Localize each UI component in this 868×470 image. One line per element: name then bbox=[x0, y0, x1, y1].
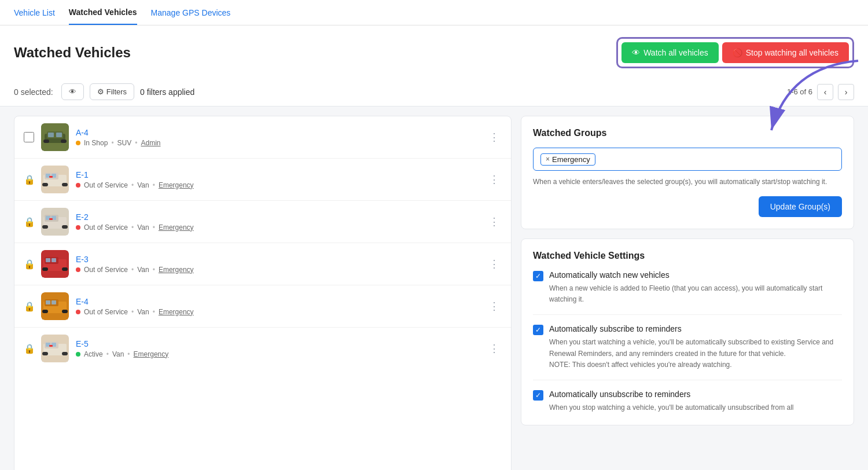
prev-page-button[interactable]: ‹ bbox=[817, 84, 833, 100]
eye-icon: 👁 bbox=[632, 48, 640, 57]
vehicle-meta: Active • Van • Emergency bbox=[76, 350, 480, 358]
vehicle-type: Van bbox=[112, 350, 124, 358]
hide-button[interactable]: 👁 bbox=[61, 83, 84, 100]
watch-all-button[interactable]: 👁 Watch all vehicles bbox=[621, 42, 719, 63]
status-dot bbox=[76, 352, 80, 357]
group-description: When a vehicle enters/leaves the selecte… bbox=[533, 177, 842, 187]
meta-separator: • bbox=[106, 350, 109, 358]
svg-rect-20 bbox=[62, 225, 68, 229]
setting-description: When you stop watching a vehicle, you'll… bbox=[549, 402, 842, 413]
svg-rect-6 bbox=[48, 133, 54, 137]
nav-vehicle-list[interactable]: Vehicle List bbox=[14, 1, 55, 24]
nav-manage-gps[interactable]: Manage GPS Devices bbox=[151, 1, 231, 24]
vehicle-menu-button[interactable]: ⋮ bbox=[487, 213, 502, 230]
meta-separator: • bbox=[127, 350, 130, 358]
vehicle-meta: In Shop • SUV • Admin bbox=[76, 139, 480, 147]
vehicle-checkbox[interactable] bbox=[24, 132, 34, 142]
svg-rect-28 bbox=[62, 267, 68, 271]
right-panel: Watched Groups × Emergency When a vehicl… bbox=[521, 116, 854, 470]
table-row: 🔒 E-1 Out of Service • Van • Emergency ⋮ bbox=[14, 159, 511, 201]
vehicle-menu-button[interactable]: ⋮ bbox=[487, 255, 502, 273]
group-tag-label: Emergency bbox=[552, 155, 590, 164]
table-row: 🔒 E-3 Out of Service • Van • Emergency ⋮ bbox=[14, 243, 511, 285]
vehicle-type: Van bbox=[137, 181, 149, 189]
top-nav: Vehicle List Watched Vehicles Manage GPS… bbox=[0, 0, 868, 25]
setting-item: ✓ Automatically watch new vehicles When … bbox=[533, 270, 842, 315]
svg-rect-11 bbox=[42, 183, 48, 186]
vehicle-status: In Shop bbox=[84, 139, 108, 147]
setting-checkbox[interactable]: ✓ bbox=[533, 325, 543, 335]
filters-applied: 0 filters applied bbox=[140, 87, 194, 97]
vehicle-status: Out of Service bbox=[84, 308, 128, 316]
meta-separator: • bbox=[153, 181, 155, 189]
setting-item: ✓ Automatically unsubscribe to reminders… bbox=[533, 390, 842, 413]
vehicle-status: Active bbox=[84, 350, 103, 358]
vehicle-group[interactable]: Emergency bbox=[159, 223, 194, 232]
update-groups-button[interactable]: Update Group(s) bbox=[759, 196, 842, 217]
table-row: 🔒 E-2 Out of Service • Van • Emergency ⋮ bbox=[14, 201, 511, 243]
settings-title: Watched Vehicle Settings bbox=[533, 251, 842, 261]
vehicle-info: E-5 Active • Van • Emergency bbox=[76, 339, 480, 358]
svg-rect-34 bbox=[42, 310, 48, 313]
setting-label: Automatically unsubscribe to reminders bbox=[549, 390, 842, 399]
filter-icon: ⚙ bbox=[97, 87, 104, 96]
next-page-button[interactable]: › bbox=[838, 84, 854, 100]
meta-separator: • bbox=[131, 308, 134, 316]
stop-watch-all-button[interactable]: 🚫 Stop watching all vehicles bbox=[722, 42, 849, 63]
vehicle-name[interactable]: A-4 bbox=[76, 128, 89, 137]
pagination-info: 1-6 of 6 ‹ › bbox=[787, 84, 854, 100]
vehicle-type: Van bbox=[137, 266, 149, 274]
tag-remove-icon[interactable]: × bbox=[546, 155, 550, 163]
setting-checkbox[interactable]: ✓ bbox=[533, 271, 543, 281]
setting-label: Automatically watch new vehicles bbox=[549, 270, 842, 280]
vehicle-info: E-1 Out of Service • Van • Emergency bbox=[76, 170, 480, 189]
nav-watched-vehicles[interactable]: Watched Vehicles bbox=[69, 1, 137, 25]
setting-description: When you start watching a vehicle, you'l… bbox=[549, 337, 842, 370]
vehicle-menu-button[interactable]: ⋮ bbox=[487, 340, 502, 357]
vehicle-name[interactable]: E-5 bbox=[76, 339, 89, 348]
setting-text: Automatically watch new vehicles When a … bbox=[549, 270, 842, 305]
checkmark-icon: ✓ bbox=[535, 272, 541, 280]
watched-groups-title: Watched Groups bbox=[533, 128, 842, 138]
vehicle-menu-button[interactable]: ⋮ bbox=[487, 298, 502, 315]
svg-rect-27 bbox=[42, 267, 48, 271]
vehicle-thumbnail bbox=[41, 292, 69, 320]
status-dot bbox=[76, 141, 80, 145]
setting-checkbox[interactable]: ✓ bbox=[533, 390, 543, 401]
setting-description: When a new vehicle is added to Fleetio (… bbox=[549, 283, 842, 305]
vehicle-name[interactable]: E-1 bbox=[76, 170, 89, 179]
svg-rect-12 bbox=[62, 183, 68, 186]
vehicle-name[interactable]: E-3 bbox=[76, 255, 89, 264]
vehicle-info: A-4 In Shop • SUV • Admin bbox=[76, 128, 480, 147]
vehicle-thumbnail bbox=[41, 123, 69, 151]
vehicle-info: E-2 Out of Service • Van • Emergency bbox=[76, 212, 480, 232]
checkmark-icon: ✓ bbox=[535, 326, 541, 334]
vehicle-group[interactable]: Emergency bbox=[134, 350, 169, 358]
eye-slash-icon: 🚫 bbox=[733, 48, 742, 57]
svg-rect-35 bbox=[62, 310, 68, 313]
vehicle-group[interactable]: Emergency bbox=[159, 181, 194, 189]
table-row: A-4 In Shop • SUV • Admin ⋮ bbox=[14, 116, 511, 159]
vehicle-meta: Out of Service • Van • Emergency bbox=[76, 266, 480, 274]
vehicle-group[interactable]: Emergency bbox=[159, 266, 194, 274]
vehicle-name[interactable]: E-2 bbox=[76, 212, 89, 222]
svg-rect-42 bbox=[62, 352, 68, 355]
vehicle-group[interactable]: Emergency bbox=[159, 308, 194, 316]
svg-rect-41 bbox=[42, 352, 48, 355]
vehicle-type: SUV bbox=[117, 139, 132, 147]
checkmark-icon: ✓ bbox=[535, 391, 541, 399]
filters-button[interactable]: ⚙ Filters bbox=[90, 83, 134, 100]
vehicle-menu-button[interactable]: ⋮ bbox=[487, 128, 502, 146]
svg-rect-29 bbox=[46, 258, 50, 262]
meta-separator: • bbox=[153, 223, 155, 232]
selected-count: 0 selected: bbox=[14, 87, 53, 97]
svg-rect-45 bbox=[49, 345, 53, 347]
svg-rect-19 bbox=[42, 225, 48, 229]
vehicle-meta: Out of Service • Van • Emergency bbox=[76, 181, 480, 189]
vehicle-name[interactable]: E-4 bbox=[76, 297, 89, 306]
vehicle-group[interactable]: Admin bbox=[141, 139, 160, 147]
status-dot bbox=[76, 310, 80, 314]
setting-item: ✓ Automatically subscribe to reminders W… bbox=[533, 324, 842, 380]
group-tag-input[interactable]: × Emergency bbox=[533, 148, 842, 171]
vehicle-menu-button[interactable]: ⋮ bbox=[487, 171, 502, 188]
